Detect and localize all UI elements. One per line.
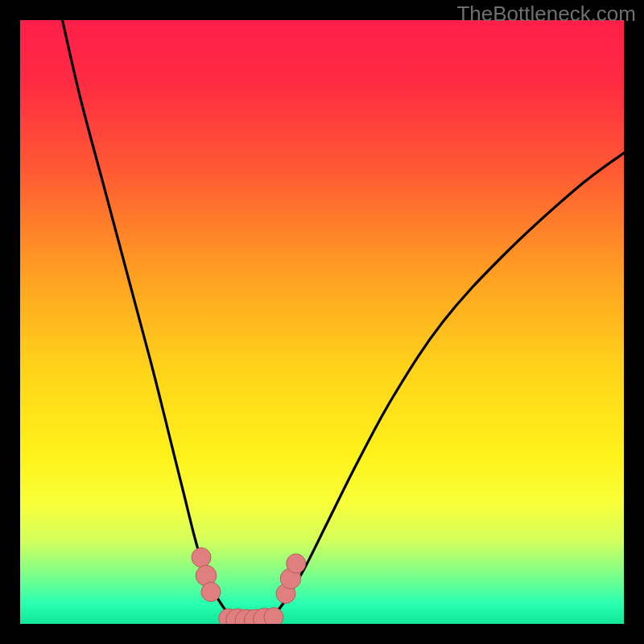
data-marker [287,554,306,573]
plot-area [20,20,624,624]
chart-curves [20,20,624,624]
chart-frame: TheBottleneck.com [0,0,644,644]
data-marker [264,608,283,624]
data-marker [192,548,211,568]
data-marker [201,582,221,601]
curve-left [63,20,244,621]
curve-right [262,153,624,621]
data-markers [192,548,306,625]
watermark-text: TheBottleneck.com [456,2,636,27]
